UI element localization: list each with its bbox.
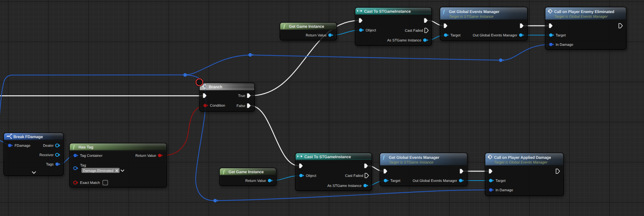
svg-text:Get Global Events Manager: Get Global Events Manager bbox=[449, 9, 500, 14]
svg-text:Call on Player Enemy Eliminate: Call on Player Enemy Eliminated bbox=[554, 9, 614, 14]
svg-text:Object: Object bbox=[366, 28, 376, 32]
svg-text:Return Value: Return Value bbox=[245, 179, 266, 183]
svg-text:Out Global Events Manager: Out Global Events Manager bbox=[413, 179, 457, 183]
svg-text:Return Value: Return Value bbox=[306, 33, 326, 37]
svg-text:False: False bbox=[236, 104, 245, 108]
svg-text:Target is Global Events Manage: Target is Global Events Manager bbox=[554, 15, 608, 19]
svg-text:Cast To STGameInstance: Cast To STGameInstance bbox=[304, 154, 351, 159]
svg-text:Get Global Events Manager: Get Global Events Manager bbox=[389, 155, 440, 160]
svg-text:ƒ: ƒ bbox=[283, 23, 286, 29]
svg-text:Target: Target bbox=[451, 33, 461, 37]
svg-text:Tags: Tags bbox=[46, 163, 54, 167]
svg-text:Get Game Instance: Get Game Instance bbox=[228, 170, 264, 174]
svg-text:Branch: Branch bbox=[209, 85, 222, 89]
svg-text:ƒ: ƒ bbox=[443, 8, 446, 15]
svg-text:Dealer: Dealer bbox=[43, 144, 54, 148]
svg-text:Tag Container: Tag Container bbox=[80, 154, 103, 158]
svg-text:Target: Target bbox=[390, 179, 400, 183]
svg-text:Damage.Eliminated: Damage.Eliminated bbox=[83, 169, 114, 173]
svg-text:Receiver: Receiver bbox=[39, 153, 54, 157]
svg-text:True: True bbox=[238, 94, 246, 98]
svg-text:Tag: Tag bbox=[80, 164, 86, 168]
svg-text:ƒ: ƒ bbox=[382, 154, 385, 160]
svg-text:Target: Target bbox=[556, 33, 566, 37]
svg-text:In Damage: In Damage bbox=[496, 188, 513, 192]
svg-text:FDamage: FDamage bbox=[15, 144, 30, 148]
svg-text:As STGame Instance: As STGame Instance bbox=[387, 38, 422, 42]
svg-text:Break FDamage: Break FDamage bbox=[13, 134, 43, 139]
svg-text:Return Value: Return Value bbox=[135, 154, 156, 158]
svg-text:ƒ: ƒ bbox=[72, 144, 75, 150]
svg-text:Cast Failed: Cast Failed bbox=[345, 174, 363, 178]
svg-text:Has Tag: Has Tag bbox=[78, 145, 93, 149]
svg-text:ƒ: ƒ bbox=[222, 169, 225, 175]
svg-text:Object: Object bbox=[306, 174, 316, 178]
svg-text:Out Global Events Manager: Out Global Events Manager bbox=[473, 33, 517, 37]
svg-text:Target: Target bbox=[496, 179, 506, 183]
svg-text:Call on Player Applied Damage: Call on Player Applied Damage bbox=[494, 155, 551, 160]
svg-text:Target is STGame Instance: Target is STGame Instance bbox=[389, 160, 434, 165]
svg-text:Get Game Instance: Get Game Instance bbox=[289, 24, 324, 29]
svg-text:As STGame Instance: As STGame Instance bbox=[327, 184, 362, 188]
svg-text:Exact Match: Exact Match bbox=[80, 181, 100, 185]
svg-text:Target is Global Events Manage: Target is Global Events Manager bbox=[494, 160, 548, 165]
svg-text:Condition: Condition bbox=[210, 104, 225, 108]
svg-text:Target is STGame Instance: Target is STGame Instance bbox=[449, 15, 494, 19]
svg-text:In Damage: In Damage bbox=[556, 43, 574, 47]
svg-text:Cast To STGameInstance: Cast To STGameInstance bbox=[364, 9, 411, 14]
svg-text:Cast Failed: Cast Failed bbox=[405, 29, 423, 33]
